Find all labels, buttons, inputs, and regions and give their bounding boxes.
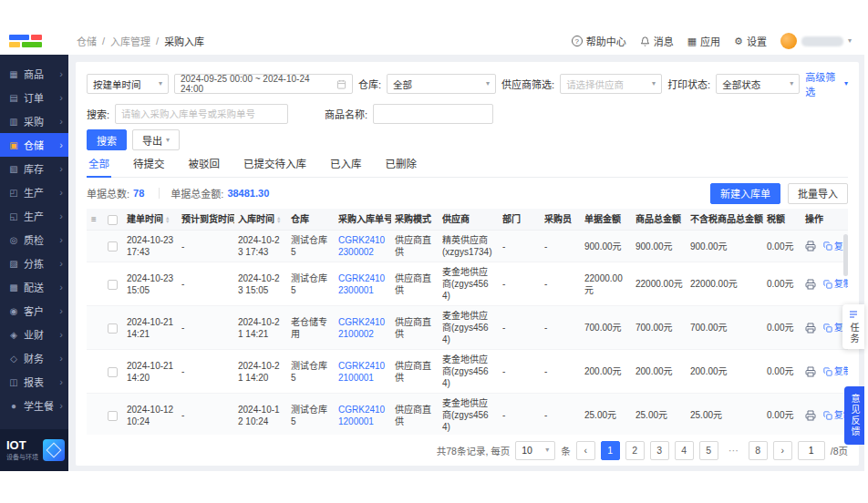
page-button[interactable]: 1 <box>601 441 620 460</box>
search-button[interactable]: 搜索 <box>87 129 127 150</box>
supplier-select[interactable]: 请选择供应商 ▾ <box>560 74 662 94</box>
tasks-floating-tab[interactable]: 任务 <box>842 304 864 349</box>
product-name-input[interactable] <box>373 104 493 124</box>
cell-supplier: 麦金地供应商(zgys4564) <box>439 306 499 350</box>
sidebar-item[interactable]: ▣ 仓储 › <box>0 133 68 157</box>
print-status-select[interactable]: 全部状态 ▾ <box>716 74 800 94</box>
advanced-filter-toggle[interactable]: 高级筛选 ▾ <box>805 69 848 98</box>
messages-button[interactable]: 消息 <box>640 34 674 48</box>
apps-button[interactable]: ▦ 应用 <box>687 34 720 48</box>
order-number-link[interactable]: CGRK24102300001 <box>335 262 391 306</box>
table-scrollbar[interactable] <box>843 234 848 276</box>
row-checkbox[interactable] <box>108 323 118 334</box>
sidebar-item[interactable]: ◱ 生产 › <box>0 204 68 228</box>
row-checkbox[interactable] <box>108 241 118 252</box>
cell-warehouse: 测试仓库5 <box>287 231 335 262</box>
page-button[interactable]: 2 <box>625 441 645 460</box>
feedback-floating-tab[interactable]: 意见反馈 <box>844 386 864 445</box>
sidebar-item[interactable]: ◈ 业财 › <box>0 323 68 346</box>
sidebar-item[interactable]: ◫ 报表 › <box>0 370 68 394</box>
sidebar-item-icon: ◰ <box>8 188 19 198</box>
sidebar-item[interactable]: ◇ 财务 › <box>0 346 68 370</box>
column-header-created[interactable]: 建单时间▲▼ <box>123 209 178 231</box>
sidebar-item[interactable]: ◰ 生产 › <box>0 180 68 204</box>
table-row: 2024-10-21 14:20 - 2024-10-21 14:20 测试仓库… <box>87 350 848 394</box>
sidebar-item-label: 采购 <box>24 114 55 128</box>
sidebar-item[interactable]: ▩ 配送 › <box>0 275 68 299</box>
column-header-expected[interactable]: 预计到货时间▲▼ <box>178 209 234 231</box>
sidebar-item[interactable]: ● 学生餐 › <box>0 394 68 417</box>
sidebar-item-icon: ▧ <box>8 164 19 174</box>
sidebar-item[interactable]: ▦ 商品 › <box>0 62 68 86</box>
row-checkbox[interactable] <box>108 367 118 377</box>
column-header-tax: 税额 <box>763 209 801 231</box>
time-type-select[interactable]: 按建单时间 ▾ <box>87 74 169 94</box>
cell-warehouse: 测试仓库5 <box>287 350 335 394</box>
print-icon[interactable] <box>805 279 816 290</box>
sidebar-item[interactable]: ▤ 订单 › <box>0 86 68 109</box>
order-number-link[interactable]: CGRK24101200001 <box>335 394 391 436</box>
help-label: 帮助中心 <box>586 34 626 48</box>
export-button[interactable]: 导出 ▾ <box>132 129 180 150</box>
sort-icon: ▲▼ <box>276 216 281 224</box>
doc-amount-label: 单据总金额: <box>170 186 223 200</box>
chevron-down-icon: ▾ <box>848 37 852 45</box>
row-checkbox[interactable] <box>108 280 118 290</box>
order-number-link[interactable]: CGRK24102100001 <box>335 350 391 394</box>
settings-button[interactable]: ⚙ 设置 <box>734 34 767 48</box>
batch-import-button[interactable]: 批量导入 <box>788 183 848 204</box>
status-tab[interactable]: 已入库 <box>328 154 364 177</box>
next-page-button[interactable]: › <box>773 441 792 460</box>
sidebar-item[interactable]: ◉ 客户 › <box>0 299 68 323</box>
cell-tax: 0.00元 <box>763 231 801 262</box>
sidebar-item[interactable]: ▥ 采购 › <box>0 109 68 133</box>
cell-dept: - <box>499 262 541 306</box>
create-inbound-button[interactable]: 新建入库单 <box>710 183 780 204</box>
breadcrumb-module[interactable]: 仓储 <box>77 34 97 48</box>
column-settings-icon[interactable]: ≡ <box>91 214 97 224</box>
copy-link[interactable]: 复制 <box>823 365 848 377</box>
print-icon[interactable] <box>805 410 816 421</box>
print-icon[interactable] <box>805 323 816 334</box>
status-tab[interactable]: 待提交 <box>131 154 167 177</box>
copy-link[interactable]: 复制 <box>823 278 848 290</box>
order-search-input[interactable] <box>115 104 288 124</box>
page-button[interactable]: ⋯ <box>724 441 743 460</box>
order-number-link[interactable]: CGRK24102100002 <box>335 306 391 350</box>
status-tab[interactable]: 全部 <box>87 154 111 178</box>
order-number-link[interactable]: CGRK24102300002 <box>335 231 391 262</box>
print-icon[interactable] <box>805 241 816 252</box>
page-button[interactable]: 5 <box>699 441 718 460</box>
status-tab[interactable]: 已删除 <box>384 154 419 177</box>
date-range-picker[interactable]: 2024-09-25 00:00 ~ 2024-10-24 24:00 <box>174 74 353 94</box>
sidebar-item[interactable]: ▧ 库存 › <box>0 157 68 180</box>
column-header-inbound-time[interactable]: 入库时间▲▼ <box>234 209 287 231</box>
breadcrumb-section[interactable]: 入库管理 <box>110 34 150 48</box>
cell-expected: - <box>178 394 234 436</box>
cell-warehouse: 测试仓库5 <box>287 262 335 306</box>
user-menu[interactable]: ▾ <box>780 33 852 49</box>
help-center-button[interactable]: ? 帮助中心 <box>572 34 626 48</box>
status-tab[interactable]: 已提交待入库 <box>242 154 308 177</box>
cell-warehouse: 老仓储专用 <box>287 306 335 350</box>
print-icon[interactable] <box>805 366 816 377</box>
page-button[interactable]: 8 <box>749 441 768 460</box>
page-button[interactable]: 4 <box>675 441 694 460</box>
cell-expected: - <box>178 231 234 262</box>
table-row: 2024-10-23 17:43 - 2024-10-23 17:43 测试仓库… <box>87 231 848 262</box>
cell-actions: 复制 <box>801 306 848 350</box>
sidebar-item[interactable]: ◎ 质检 › <box>0 228 68 252</box>
sidebar-item-label: 生产 <box>24 209 55 223</box>
select-all-checkbox[interactable] <box>108 215 118 225</box>
sidebar-item[interactable]: ▨ 分拣 › <box>0 252 68 275</box>
prev-page-button[interactable]: ‹ <box>576 441 595 460</box>
cell-tax: 0.00元 <box>763 306 801 350</box>
row-checkbox[interactable] <box>108 411 118 421</box>
table-row: 2024-10-12 10:24 - 2024-10-12 10:24 测试仓库… <box>87 394 848 436</box>
page-button[interactable]: 3 <box>650 441 669 460</box>
page-size-select[interactable]: 10 ▾ <box>515 441 555 460</box>
page-size-value: 10 <box>522 445 532 456</box>
status-tab[interactable]: 被驳回 <box>187 154 222 177</box>
page-jump-input[interactable] <box>798 441 825 460</box>
warehouse-select[interactable]: 全部 ▾ <box>387 74 496 94</box>
